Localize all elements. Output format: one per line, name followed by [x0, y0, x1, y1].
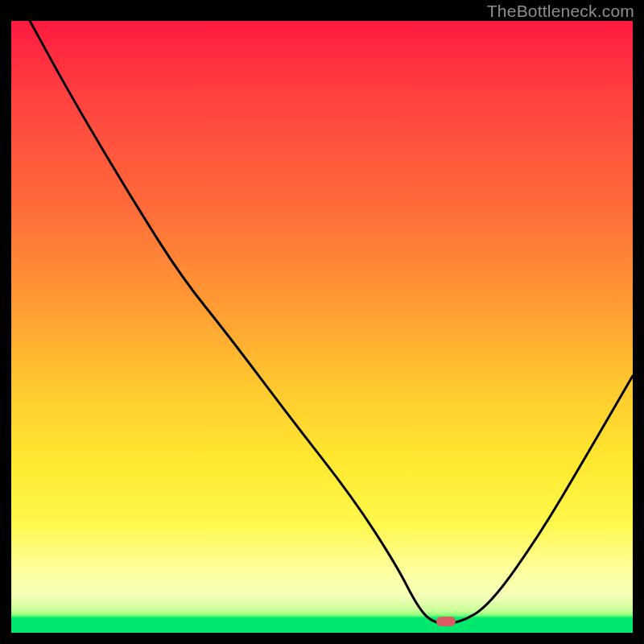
optimal-point-marker: [436, 617, 456, 626]
bottleneck-curve: [11, 21, 633, 633]
chart-frame: [11, 21, 633, 633]
watermark-text: TheBottleneck.com: [487, 2, 634, 21]
